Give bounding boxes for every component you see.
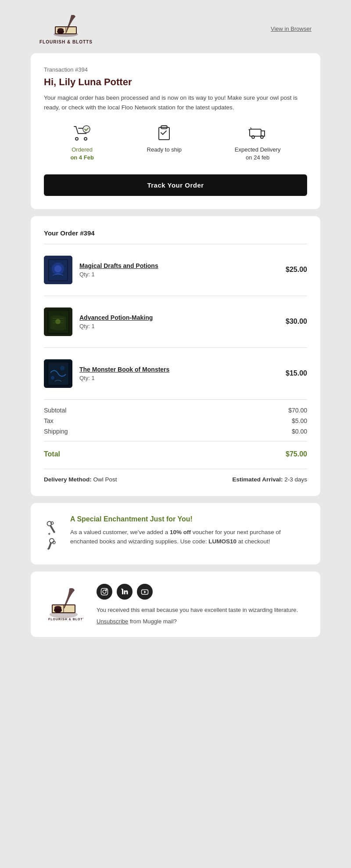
svg-point-47 (106, 589, 107, 590)
magic-tools-icon: ✦ ✦ (44, 517, 61, 552)
item-image-3 (44, 359, 72, 388)
order-confirmation-card: Transaction #394 Hi, Lily Luna Potter Yo… (31, 53, 320, 209)
status-delivery-label: Expected Deliveryon 24 feb (235, 146, 281, 162)
enchantment-content: A Special Enchantment Just for You! As a… (70, 515, 307, 546)
footer-card: FLOURISH & BLOTTS (31, 571, 320, 637)
svg-rect-12 (250, 129, 261, 136)
tax-label: Tax (44, 417, 54, 424)
order-number-title: Your Order #394 (44, 229, 307, 237)
order-status-row: Orderedon 4 Feb Ready to ship (44, 123, 307, 162)
unsubscribe-suffix: from Muggle mail? (128, 618, 177, 625)
svg-point-46 (103, 590, 106, 593)
view-in-browser-link[interactable]: View in Browser (271, 25, 312, 32)
delivery-method-label: Delivery Method: (44, 476, 92, 483)
item-details-2: Advanced Potion-Making Qty: 1 (79, 314, 286, 329)
item-price-3: $15.00 (286, 369, 307, 377)
instagram-button[interactable] (97, 584, 112, 600)
social-icons-row (97, 584, 307, 600)
item-details-1: Magical Drafts and Potions Qty: 1 (79, 262, 286, 278)
svg-point-27 (51, 376, 54, 380)
item-qty-2: Qty: 1 (79, 323, 286, 329)
status-ordered: Orderedon 4 Feb (70, 123, 93, 162)
svg-point-9 (83, 126, 90, 133)
status-ready-label: Ready to ship (147, 146, 182, 154)
svg-text:FLOURISH & BLOTTS: FLOURISH & BLOTTS (48, 618, 83, 621)
enchantment-code: LUMOS10 (208, 538, 236, 545)
enchantment-text: As a valued customer, we've added a 10% … (70, 528, 307, 546)
item-name-1: Magical Drafts and Potions (79, 262, 286, 269)
delivery-icon (247, 123, 269, 142)
footer-description: You received this email because you have… (97, 606, 307, 615)
divider-3 (44, 347, 307, 348)
track-order-button[interactable]: Track Your Order (44, 174, 307, 196)
item-qty-1: Qty: 1 (79, 271, 286, 278)
clipboard-check-icon (153, 123, 175, 142)
enchantment-card: ✦ ✦ A Special Enchantment Just for You! … (31, 503, 320, 564)
item-price-1: $25.00 (286, 266, 307, 274)
estimated-arrival: Estimated Arrival: 2-3 days (232, 476, 307, 483)
svg-marker-49 (144, 590, 147, 593)
estimated-arrival-label: Estimated Arrival: (232, 476, 283, 483)
logo-area: FLOURISH & BLOTTS (39, 13, 93, 44)
footer-right: You received this email because you have… (97, 584, 307, 625)
message-body: Your magical order has been processed an… (44, 93, 307, 112)
status-ordered-label: Orderedon 4 Feb (70, 146, 93, 162)
svg-point-35 (52, 541, 56, 544)
order-item-2: Advanced Potion-Making Qty: 1 $30.00 (44, 301, 307, 342)
svg-point-13 (252, 136, 254, 138)
tax-row: Tax $5.00 (44, 416, 307, 426)
item-qty-3: Qty: 1 (79, 375, 286, 381)
enchantment-icons: ✦ ✦ (44, 515, 61, 552)
svg-point-19 (54, 265, 61, 272)
total-value: $75.00 (286, 450, 307, 458)
enchantment-discount: 10% off (170, 529, 191, 535)
enchantment-title: A Special Enchantment Just for You! (70, 515, 307, 523)
svg-point-28 (60, 366, 64, 370)
delivery-method: Delivery Method: Owl Post (44, 476, 117, 483)
svg-point-23 (55, 319, 61, 324)
divider-1 (44, 244, 307, 244)
svg-text:✦: ✦ (47, 532, 51, 536)
item-name-2: Advanced Potion-Making (79, 314, 286, 321)
subtotal-row: Subtotal $70.00 (44, 405, 307, 416)
divider-4 (44, 399, 307, 400)
transaction-number: Transaction #394 (44, 66, 307, 73)
subtotal-label: Subtotal (44, 407, 66, 414)
item-details-3: The Monster Book of Monsters Qty: 1 (79, 366, 286, 381)
unsubscribe-link[interactable]: Unsubscribe (97, 618, 128, 625)
delivery-info-row: Delivery Method: Owl Post Estimated Arri… (44, 469, 307, 483)
greeting-heading: Hi, Lily Luna Potter (44, 76, 307, 88)
item-image-1 (44, 256, 72, 284)
svg-point-14 (261, 136, 263, 138)
item-price-2: $30.00 (286, 318, 307, 326)
shipping-label: Shipping (44, 428, 68, 435)
logo-text: FLOURISH & BLOTTS (39, 40, 93, 44)
order-item-3: The Monster Book of Monsters Qty: 1 $15.… (44, 353, 307, 394)
tax-value: $5.00 (292, 417, 307, 424)
logo-image (48, 13, 83, 40)
svg-text:✦: ✦ (47, 546, 50, 551)
unsubscribe-text: Unsubscribe from Muggle mail? (97, 618, 307, 625)
status-delivery: Expected Deliveryon 24 feb (235, 123, 281, 162)
totals-section: Subtotal $70.00 Tax $5.00 Shipping $0.00… (44, 405, 307, 460)
cart-check-icon (71, 123, 93, 142)
footer-logo-image: FLOURISH & BLOTTS (44, 586, 83, 621)
enchantment-suffix: at checkout! (236, 538, 270, 545)
youtube-button[interactable] (137, 584, 153, 600)
enchantment-prefix: As a valued customer, we've added a (70, 529, 170, 535)
shipping-value: $0.00 (292, 428, 307, 435)
footer-logo: FLOURISH & BLOTTS (44, 586, 83, 622)
order-details-card: Your Order #394 Magical Drafts and Potio… (31, 216, 320, 496)
svg-point-8 (84, 137, 87, 140)
total-label: Total (44, 450, 60, 458)
linkedin-button[interactable] (117, 584, 133, 600)
svg-point-7 (75, 137, 78, 140)
divider-5 (44, 441, 307, 441)
order-item-1: Magical Drafts and Potions Qty: 1 $25.00 (44, 250, 307, 290)
delivery-method-value: Owl Post (93, 476, 117, 483)
estimated-arrival-value: 2-3 days (284, 476, 307, 483)
subtotal-value: $70.00 (288, 407, 307, 414)
email-header: FLOURISH & BLOTTS View in Browser (31, 9, 320, 53)
grand-total-row: Total $75.00 (44, 447, 307, 460)
item-name-3: The Monster Book of Monsters (79, 366, 286, 373)
